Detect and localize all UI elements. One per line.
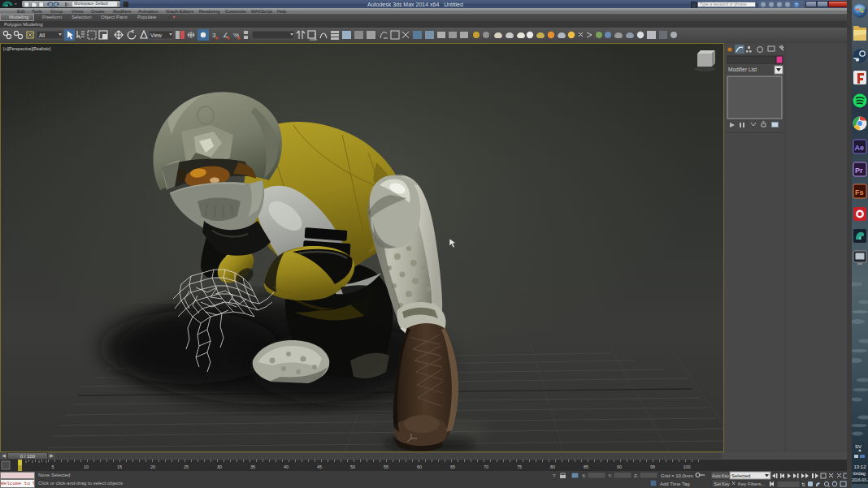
svg-text:Add Time Tag: Add Time Tag (660, 482, 690, 486)
svg-text:45: 45 (317, 464, 322, 469)
svg-text:5: 5 (51, 464, 54, 469)
svg-text:3: 3 (212, 32, 216, 39)
svg-text:35: 35 (250, 464, 255, 469)
svg-text:75: 75 (517, 464, 522, 469)
svg-text:85: 85 (584, 464, 588, 469)
svg-text:95: 95 (650, 464, 655, 469)
svg-text:X:: X: (582, 473, 587, 478)
svg-text:50: 50 (350, 464, 355, 469)
svg-text:All: All (39, 32, 46, 38)
svg-text:60: 60 (417, 464, 422, 469)
svg-text:Z:: Z: (634, 473, 639, 478)
svg-text:Pr: Pr (855, 166, 863, 175)
svg-text:Selected: Selected (731, 473, 750, 478)
svg-text:13:12: 13:12 (854, 464, 867, 469)
svg-text:[+][Perspective][Realistic]: [+][Perspective][Realistic] (3, 46, 51, 51)
svg-text:2016-03-26: 2016-03-26 (852, 478, 868, 482)
svg-text:20: 20 (150, 464, 155, 469)
svg-text:Set Key: Set Key (714, 482, 731, 486)
svg-text:Y:: Y: (608, 473, 613, 478)
svg-text:Grid = 10,0mm: Grid = 10,0mm (661, 473, 693, 478)
svg-text:100: 100 (683, 464, 690, 469)
svg-text:80: 80 (550, 464, 555, 469)
svg-text:⇅: ⇅ (801, 482, 805, 487)
svg-text:25: 25 (184, 464, 189, 469)
svg-text:30: 30 (217, 464, 222, 469)
svg-text:10: 10 (84, 464, 89, 469)
svg-text:Key Filters...: Key Filters... (738, 482, 766, 486)
svg-text:View: View (150, 32, 162, 38)
svg-text:40: 40 (284, 464, 289, 469)
svg-text:55: 55 (384, 464, 388, 469)
svg-text:Modifier List: Modifier List (728, 67, 757, 72)
svg-text:Fs: Fs (855, 188, 864, 196)
svg-text:?: ? (553, 473, 556, 478)
svg-text:Ae: Ae (855, 144, 865, 152)
svg-text:65: 65 (450, 464, 455, 469)
svg-text:70: 70 (484, 464, 488, 469)
svg-text:lördag: lördag (853, 471, 866, 476)
svg-text:Auto Key: Auto Key (712, 473, 729, 478)
svg-text:?: ? (795, 2, 797, 7)
svg-text:SV: SV (855, 444, 861, 449)
svg-text:15: 15 (117, 464, 122, 469)
svg-text:90: 90 (617, 464, 622, 469)
